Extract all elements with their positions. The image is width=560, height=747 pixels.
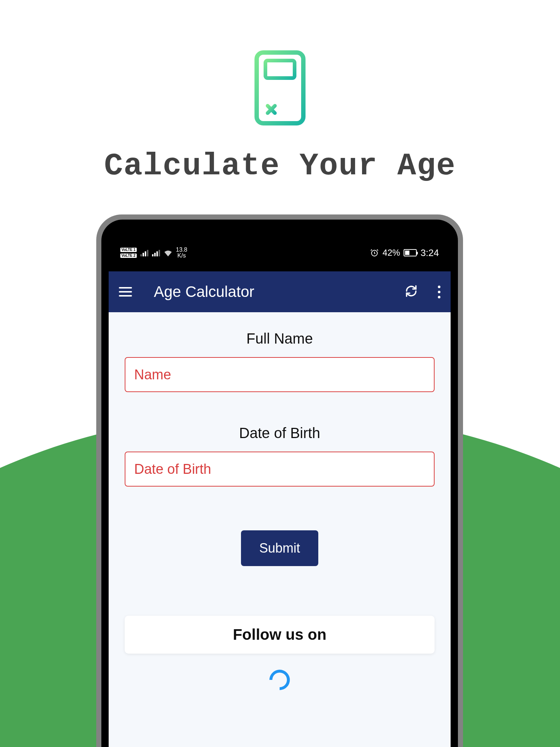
- status-right: 42% 3:24: [370, 247, 439, 259]
- calculator-icon: [254, 50, 306, 125]
- submit-button[interactable]: Submit: [241, 530, 318, 566]
- volte-badges: VoLTE 1 VoLTE 2: [120, 248, 137, 258]
- status-left: VoLTE 1 VoLTE 2: [120, 247, 187, 259]
- promo-header: Calculate Your Age: [0, 0, 560, 184]
- hamburger-menu-icon[interactable]: [119, 287, 132, 297]
- phone-mockup-frame: VoLTE 1 VoLTE 2: [96, 214, 463, 747]
- promo-title: Calculate Your Age: [104, 148, 456, 184]
- network-speed: 13.8 K/s: [176, 247, 187, 259]
- status-time: 3:24: [420, 247, 439, 259]
- signal-icon-1: [140, 249, 148, 256]
- battery-icon: [404, 249, 417, 256]
- android-status-bar: VoLTE 1 VoLTE 2: [101, 247, 458, 259]
- app-screen: Age Calculator F: [109, 271, 451, 747]
- name-input[interactable]: [125, 357, 435, 392]
- alarm-icon: [370, 248, 379, 257]
- app-toolbar: Age Calculator: [109, 271, 451, 312]
- volte-badge-2: VoLTE 2: [120, 253, 137, 258]
- dob-label: Date of Birth: [239, 425, 320, 441]
- refresh-icon[interactable]: [405, 285, 417, 299]
- battery-percentage: 42%: [382, 248, 400, 258]
- follow-card: Follow us on: [125, 616, 435, 654]
- app-title: Age Calculator: [154, 283, 405, 301]
- app-body: Full Name Date of Birth Submit Follow us…: [109, 312, 451, 690]
- volte-badge-1: VoLTE 1: [120, 248, 137, 252]
- speed-unit: K/s: [176, 253, 187, 259]
- speed-value: 13.8: [176, 247, 187, 253]
- dob-input[interactable]: [125, 452, 435, 487]
- follow-label: Follow us on: [125, 626, 435, 643]
- signal-icon-2: [152, 249, 160, 256]
- wifi-icon: [164, 249, 172, 256]
- name-label: Full Name: [246, 330, 313, 347]
- phone-screen: VoLTE 1 VoLTE 2: [101, 220, 458, 747]
- more-menu-icon[interactable]: [438, 286, 440, 298]
- toolbar-actions: [405, 285, 440, 299]
- svg-rect-1: [265, 61, 295, 78]
- loading-spinner-icon: [265, 665, 294, 694]
